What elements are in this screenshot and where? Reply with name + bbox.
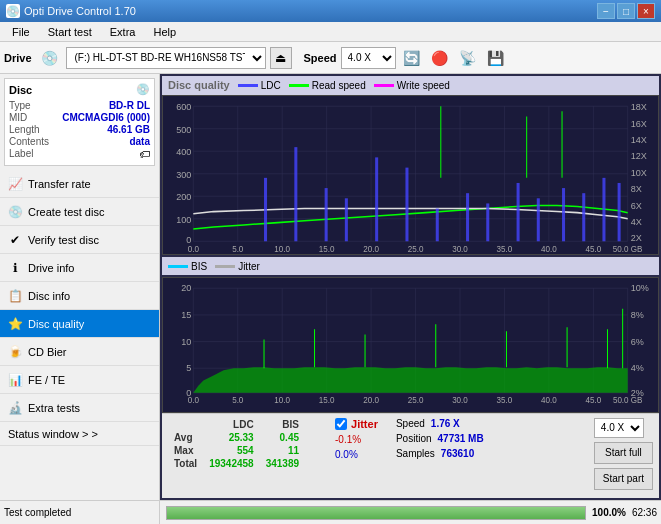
avg-ldc: 25.33 [203,431,260,444]
title-bar: 💿 Opti Drive Control 1.70 − □ × [0,0,661,22]
top-chart: 600 500 400 300 200 100 0 18X 16X 14X 12… [162,95,659,256]
max-jitter: 0.0% [335,449,378,460]
drive-info-icon: ℹ [8,261,22,275]
burn-button[interactable]: 🔴 [428,46,452,70]
disc-quality-title: Disc quality [168,79,230,91]
jitter-header-row: Jitter [335,418,378,430]
disc-type-row: Type BD-R DL [9,100,150,111]
position-label: Position [396,433,432,444]
cd-bier-icon: 🍺 [8,345,22,359]
legend-jitter: Jitter [215,261,260,272]
sidebar-item-extra-tests[interactable]: 🔬 Extra tests [0,394,159,422]
svg-text:45.0: 45.0 [585,244,601,253]
svg-text:500: 500 [176,125,191,135]
svg-text:35.0: 35.0 [497,396,513,405]
start-full-button[interactable]: Start full [594,442,653,464]
svg-text:25.0: 25.0 [408,244,424,253]
disc-type-key: Type [9,100,31,111]
stats-bar: LDC BIS Avg 25.33 0.45 Max 554 11 [162,413,659,498]
eject-button[interactable]: ⏏ [270,47,292,69]
status-text: Test completed [4,507,71,518]
svg-rect-53 [466,193,469,241]
legend-bis: BIS [168,261,207,272]
sidebar-item-create-test-disc[interactable]: 💿 Create test disc [0,198,159,226]
jitter-checkbox[interactable] [335,418,347,430]
svg-rect-52 [436,208,439,241]
sidebar-item-drive-info[interactable]: ℹ Drive info [0,254,159,282]
scan-button[interactable]: 📡 [456,46,480,70]
svg-text:400: 400 [176,147,191,157]
status-window-item[interactable]: Status window > > [0,422,159,446]
create-disc-icon: 💿 [8,205,22,219]
start-part-button[interactable]: Start part [594,468,653,490]
charts-container: 600 500 400 300 200 100 0 18X 16X 14X 12… [162,95,659,413]
progress-bar-fill [167,507,585,519]
svg-text:20.0: 20.0 [363,396,379,405]
app-title: Opti Drive Control 1.70 [24,5,136,17]
svg-text:6X: 6X [631,200,642,210]
menu-start-test[interactable]: Start test [40,24,100,40]
sidebar-item-cd-bier[interactable]: 🍺 CD Bier [0,338,159,366]
position-row: Position 47731 MB [396,433,484,444]
disc-panel-title: Disc [9,84,32,96]
status-window-label: Status window > > [8,428,98,440]
svg-text:20: 20 [181,284,191,294]
extra-tests-label: Extra tests [28,402,80,414]
save-button[interactable]: 💾 [484,46,508,70]
transfer-rate-icon: 📈 [8,177,22,191]
bottom-chart: 20 15 10 5 0 10% 8% 6% 4% 2% [162,277,659,412]
svg-text:50.0 GB: 50.0 GB [613,396,643,405]
drive-selector[interactable]: (F:) HL-DT-ST BD-RE WH16NS58 TST4 [66,47,266,69]
svg-text:15: 15 [181,310,191,320]
refresh-button[interactable]: 🔄 [400,46,424,70]
sidebar-item-transfer-rate[interactable]: 📈 Transfer rate [0,170,159,198]
svg-rect-54 [486,203,489,241]
svg-text:20.0: 20.0 [363,244,379,253]
menu-file[interactable]: File [4,24,38,40]
disc-mid-key: MID [9,112,27,123]
svg-rect-57 [562,188,565,241]
sidebar-item-disc-quality[interactable]: ⭐ Disc quality [0,310,159,338]
maximize-button[interactable]: □ [617,3,635,19]
legend-write-speed: Write speed [374,80,450,91]
disc-panel: Disc 💿 Type BD-R DL MID CMCMAGDI6 (000) … [4,78,155,166]
menu-help[interactable]: Help [145,24,184,40]
svg-marker-102 [193,368,627,394]
sidebar-item-fe-te[interactable]: 📊 FE / TE [0,366,159,394]
menu-extra[interactable]: Extra [102,24,144,40]
chart-header: Disc quality LDC Read speed Write speed [162,76,659,95]
label-icon: 🏷 [139,148,150,160]
sidebar-item-disc-info[interactable]: 📋 Disc info [0,282,159,310]
avg-label: Avg [168,431,203,444]
sidebar-item-verify-test-disc[interactable]: ✔ Verify test disc [0,226,159,254]
svg-text:6%: 6% [631,337,644,347]
progress-bar-container [166,506,586,520]
disc-length-key: Length [9,124,40,135]
window-controls: − □ × [597,3,655,19]
svg-text:2X: 2X [631,233,642,243]
legend-write-color [374,84,394,87]
svg-rect-55 [517,183,520,241]
disc-type-val: BD-R DL [109,100,150,111]
max-label: Max [168,444,203,457]
close-button[interactable]: × [637,3,655,19]
svg-text:30.0: 30.0 [452,244,468,253]
svg-text:4%: 4% [631,364,644,374]
toolbar: Drive 💿 (F:) HL-DT-ST BD-RE WH16NS58 TST… [0,42,661,74]
svg-rect-46 [264,178,267,241]
svg-text:10.0: 10.0 [274,396,290,405]
minimize-button[interactable]: − [597,3,615,19]
svg-text:10: 10 [181,337,191,347]
svg-text:14X: 14X [631,135,647,145]
total-ldc: 19342458 [203,457,260,470]
speed-selector[interactable]: 4.0 X [341,47,396,69]
speed-label: Speed [304,52,337,64]
speed-label-stat: Speed [396,418,425,429]
app-icon: 💿 [6,4,20,18]
speed-max-selector[interactable]: 4.0 X [594,418,644,438]
disc-length-val: 46.61 GB [107,124,150,135]
samples-value: 763610 [441,448,474,459]
svg-text:200: 200 [176,192,191,202]
svg-text:25.0: 25.0 [408,396,424,405]
svg-rect-48 [325,188,328,241]
